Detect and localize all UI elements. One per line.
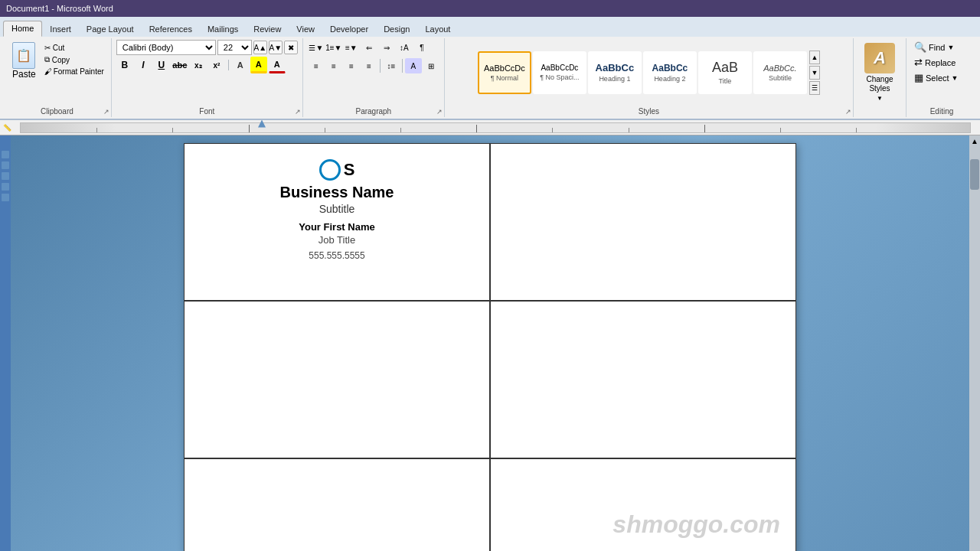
- watermark: shmoggo.com: [612, 510, 780, 539]
- font-name-select[interactable]: Calibri (Body): [116, 40, 216, 55]
- show-hide-button[interactable]: ¶: [413, 40, 430, 55]
- cut-button[interactable]: ✂ Cut: [42, 43, 106, 53]
- copy-button[interactable]: ⧉ Copy: [42, 54, 106, 65]
- underline-button[interactable]: U: [153, 57, 170, 73]
- ribbon: 📋 Paste ✂ Cut ⧉ Copy 🖌 Format Painter Cl…: [0, 37, 980, 120]
- card-job-title: Job Title: [318, 234, 355, 246]
- style-gallery: AaBbCcDc ¶ Normal AaBbCcDc ¶ No Spaci...…: [478, 51, 807, 94]
- replace-button[interactable]: ⇄ Replace: [911, 55, 972, 70]
- select-label: Select: [926, 73, 949, 83]
- find-button[interactable]: 🔍 Find ▼: [911, 40, 972, 54]
- document-page: S Business Name Subtitle Your First Name…: [184, 143, 796, 551]
- left-bar-btn-2[interactable]: [2, 161, 9, 169]
- tab-insert[interactable]: Insert: [42, 22, 79, 37]
- style-row-1: AaBbCcDc ¶ Normal AaBbCcDc ¶ No Spaci...…: [478, 51, 807, 94]
- select-icon: ▦: [914, 72, 923, 83]
- style-more-button[interactable]: ☰: [809, 81, 820, 95]
- styles-expand-icon[interactable]: ↗: [845, 108, 851, 116]
- change-styles-button[interactable]: A ChangeStyles ▼: [858, 40, 901, 105]
- format-painter-label: Format Painter: [54, 67, 104, 76]
- editing-group: 🔍 Find ▼ ⇄ Replace ▦ Select ▼ Editing: [906, 38, 977, 117]
- scroll-up-button[interactable]: ▲: [971, 135, 978, 147]
- tab-view[interactable]: View: [289, 22, 322, 37]
- subscript-button[interactable]: x₂: [190, 57, 207, 73]
- font-group: Calibri (Body) 22 A▲ A▼ ✖ B I U abc x₂ x…: [112, 38, 303, 117]
- highlight-button[interactable]: A: [250, 57, 267, 73]
- tab-references[interactable]: References: [142, 22, 200, 37]
- numbered-list-button[interactable]: 1≡▼: [325, 40, 342, 55]
- font-clear-button[interactable]: ✖: [284, 41, 298, 54]
- styles-label: Styles: [445, 107, 853, 116]
- tab-mailings[interactable]: Mailings: [200, 22, 246, 37]
- align-center-button[interactable]: ≡: [325, 58, 342, 73]
- find-label: Find: [929, 43, 945, 52]
- superscript-button[interactable]: x²: [208, 57, 225, 73]
- style-heading1[interactable]: AaBbCc Heading 1: [588, 51, 642, 94]
- change-styles-label: ChangeStyles: [866, 75, 893, 93]
- align-right-button[interactable]: ≡: [343, 58, 360, 73]
- tab-page-layout[interactable]: Page Layout: [79, 22, 142, 37]
- paragraph-expand-icon[interactable]: ↗: [436, 108, 443, 116]
- paragraph-label: Paragraph: [303, 107, 444, 116]
- replace-icon: ⇄: [914, 57, 923, 68]
- card-business-name: Business Name: [280, 184, 394, 201]
- left-bar-btn-3[interactable]: [2, 172, 9, 180]
- scrollbar-thumb[interactable]: [970, 159, 979, 190]
- format-painter-button[interactable]: 🖌 Format Painter: [42, 67, 106, 77]
- justify-button[interactable]: ≡: [361, 58, 377, 73]
- style-scroll-up-button[interactable]: ▲: [809, 51, 820, 64]
- increase-indent-button[interactable]: ⇒: [378, 40, 395, 55]
- left-bar-btn-1[interactable]: [2, 151, 9, 158]
- font-shrink-button[interactable]: A▼: [269, 41, 283, 54]
- copy-label: Copy: [52, 56, 70, 64]
- card-bot-left: [184, 458, 490, 551]
- tab-home[interactable]: Home: [3, 21, 42, 37]
- select-button[interactable]: ▦ Select ▼: [911, 70, 972, 85]
- card-top-right: [490, 143, 796, 301]
- line-spacing-button[interactable]: ↕≡: [383, 58, 400, 73]
- strikethrough-button[interactable]: abc: [172, 57, 188, 73]
- replace-label: Replace: [925, 58, 956, 67]
- text-effects-button[interactable]: A: [232, 57, 249, 73]
- style-heading2[interactable]: AaBbCc Heading 2: [643, 51, 697, 94]
- font-expand-icon[interactable]: ↗: [295, 108, 301, 116]
- main-area: S Business Name Subtitle Your First Name…: [0, 135, 980, 551]
- change-styles-icon: A: [864, 43, 895, 73]
- styles-group: AaBbCcDc ¶ Normal AaBbCcDc ¶ No Spaci...…: [445, 38, 854, 117]
- vertical-scrollbar[interactable]: ▲ ▼: [969, 135, 980, 551]
- left-bar-btn-5[interactable]: [2, 194, 9, 201]
- paste-button[interactable]: 📋 Paste: [8, 40, 41, 82]
- card-logo-circle: [319, 159, 341, 181]
- font-size-select[interactable]: 22: [217, 40, 252, 55]
- shading-button[interactable]: A: [405, 58, 422, 73]
- sort-button[interactable]: ↕A: [396, 40, 413, 55]
- clipboard-label: Clipboard: [3, 107, 111, 116]
- decrease-indent-button[interactable]: ⇐: [361, 40, 377, 55]
- card-main: S Business Name Subtitle Your First Name…: [184, 143, 490, 301]
- align-left-button[interactable]: ≡: [308, 58, 325, 73]
- style-no-spacing[interactable]: AaBbCcDc ¶ No Spaci...: [533, 51, 586, 94]
- left-bar-btn-4[interactable]: [2, 183, 9, 191]
- style-scroll-down-button[interactable]: ▼: [809, 66, 820, 80]
- find-icon: 🔍: [914, 41, 926, 53]
- card-logo-area: S: [319, 159, 355, 181]
- bullet-list-button[interactable]: ☰▼: [308, 40, 325, 55]
- italic-button[interactable]: I: [135, 57, 152, 73]
- tab-design[interactable]: Design: [376, 22, 417, 37]
- tab-layout[interactable]: Layout: [417, 22, 458, 37]
- borders-button[interactable]: ⊞: [423, 58, 439, 73]
- style-title[interactable]: AaB Title: [698, 51, 752, 94]
- bold-button[interactable]: B: [116, 57, 133, 73]
- tab-developer[interactable]: Developer: [322, 22, 376, 37]
- style-subtitle[interactable]: AaBbCc. Subtitle: [753, 51, 807, 94]
- card-person-name: Your First Name: [299, 221, 374, 233]
- multilevel-list-button[interactable]: ≡▼: [343, 40, 360, 55]
- clipboard-expand-icon[interactable]: ↗: [103, 108, 109, 116]
- style-normal[interactable]: AaBbCcDc ¶ Normal: [478, 51, 531, 94]
- copy-icon: ⧉: [44, 55, 50, 64]
- tab-review[interactable]: Review: [246, 22, 289, 37]
- editing-label: Editing: [906, 107, 977, 116]
- find-dropdown-arrow: ▼: [947, 44, 954, 51]
- font-color-button[interactable]: A: [269, 57, 286, 73]
- font-grow-button[interactable]: A▲: [253, 41, 267, 54]
